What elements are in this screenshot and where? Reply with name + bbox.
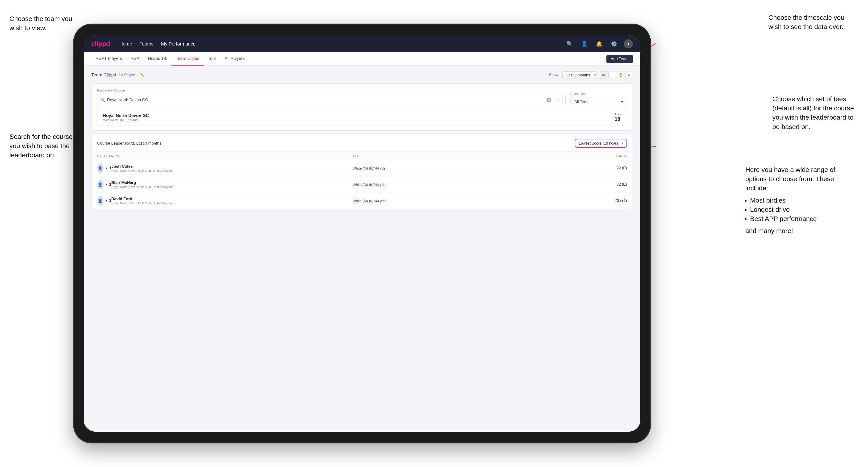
heart-icon-3: ♥: [105, 199, 107, 203]
tee-info-1: White (M) (6,744 yds): [352, 166, 594, 170]
bullet-app: Best APP performance: [750, 214, 854, 223]
search-row: Find a Golf Course 🔍 ✕ ☆ Select Tee Al: [97, 88, 627, 106]
player-info-3: David Ford Royal North Devon Golf Club, …: [111, 197, 352, 205]
course-info: Royal North Devon GC Westward Ho!, Engla…: [103, 113, 149, 122]
score-1: 72 (E): [594, 166, 627, 170]
rank-num-1: 1: [109, 166, 111, 170]
tab-pgat-players[interactable]: PGAT Players: [91, 52, 126, 66]
tee-select-group: Select Tee All Tees White Yellow Red: [570, 92, 627, 106]
find-course-label: Find a Golf Course: [97, 88, 566, 92]
table-row: 👤 ♥ 3 David Ford Royal North Devon Golf …: [92, 193, 632, 209]
course-result: Royal North Devon GC Westward Ho!, Engla…: [97, 109, 627, 126]
score-type-label: Lowest Score (18 holes): [579, 141, 619, 146]
nav-bar: clippd Home Teams My Performance 🔍 👤 🔔 ⚙…: [84, 35, 640, 52]
users-nav-button[interactable]: 👤: [579, 40, 589, 48]
tee-info-3: White (M) (6,744 yds): [352, 199, 594, 203]
score-3: 73 (+1): [594, 198, 627, 203]
course-search-input[interactable]: [107, 98, 545, 102]
table-row: 👤 ♥ 1 Blair McHarg Royal North Devon Gol…: [92, 177, 632, 193]
annotation-middle-left: Search for the course you wish to base t…: [9, 132, 73, 160]
tablet-screen: clippd Home Teams My Performance 🔍 👤 🔔 ⚙…: [84, 35, 640, 432]
trophy-view-icon[interactable]: 🏆: [617, 71, 624, 79]
score-type-chevron: ▾: [621, 141, 623, 146]
col-tee: TEE: [352, 154, 594, 158]
team-controls: Show: Last month Last 3 months Last 6 mo…: [549, 71, 633, 79]
tee-select-label: Select Tee: [570, 92, 627, 96]
avatar-2: 👤: [97, 180, 103, 189]
leaderboard-title: Course Leaderboard, Last 3 months: [97, 141, 161, 146]
download-icon[interactable]: ⬇: [625, 71, 633, 79]
nav-my-performance[interactable]: My Performance: [161, 41, 196, 47]
tablet-frame: clippd Home Teams My Performance 🔍 👤 🔔 ⚙…: [73, 24, 651, 443]
table-header: PLAYER NAME TEE SCORE: [92, 152, 632, 160]
annotation-top-left: Choose the team you wish to view.: [9, 14, 72, 33]
leaderboard-header: Course Leaderboard, Last 3 months Lowest…: [92, 135, 632, 152]
favorite-button[interactable]: ☆: [554, 96, 563, 104]
course-name: Royal North Devon GC: [103, 113, 149, 118]
sub-nav-tabs: PGAT Players PGA Hcaps 1-5 Team Clippd T…: [91, 52, 249, 66]
course-search-wrapper: 🔍 ✕ ☆: [97, 94, 566, 106]
holes-label: Holes: [614, 113, 621, 116]
table-row: 👤 ♥ 1 Josh Coles Royal North Devon Golf …: [92, 160, 632, 177]
player-rank-3: 👤 ♥ 3: [97, 196, 111, 206]
avatar-3: 👤: [97, 196, 103, 206]
leaderboard-panel: Course Leaderboard, Last 3 months Lowest…: [91, 135, 633, 209]
search-clear-button[interactable]: ✕: [547, 98, 551, 102]
tab-all-players[interactable]: All Players: [220, 52, 249, 66]
annotation-top-right: Choose the timescale you wish to see the…: [769, 13, 844, 31]
tab-hcaps[interactable]: Hcaps 1-5: [144, 52, 172, 66]
col-player-name: PLAYER NAME: [97, 154, 352, 158]
search-nav-button[interactable]: 🔍: [564, 40, 575, 48]
player-rank-2: 👤 ♥ 1: [97, 180, 111, 189]
settings-nav-button[interactable]: ⚙️: [609, 40, 619, 48]
notifications-nav-button[interactable]: 🔔: [594, 40, 604, 48]
grid-view-icon[interactable]: ⊞: [600, 71, 607, 79]
list-view-icon[interactable]: ☰: [608, 71, 616, 79]
nav-home[interactable]: Home: [119, 41, 132, 47]
search-panel: Find a Golf Course 🔍 ✕ ☆ Select Tee Al: [91, 84, 633, 131]
col-score: SCORE: [594, 154, 627, 158]
score-2: 72 (E): [594, 182, 627, 187]
tab-tour[interactable]: Tour: [204, 52, 220, 66]
search-icon: 🔍: [100, 98, 105, 102]
nav-teams[interactable]: Teams: [140, 41, 154, 47]
nav-links: Home Teams My Performance: [119, 41, 564, 47]
tee-select[interactable]: All Tees White Yellow Red: [574, 99, 624, 104]
team-header: Team Clippd 14 Players ✏️ Show: Last mon…: [91, 71, 633, 79]
course-location: Westward Ho!, England: [103, 118, 149, 122]
player-info-1: Josh Coles Royal North Devon Golf Club, …: [111, 164, 352, 173]
view-icons: ⊞ ☰ 🏆 ⬇: [600, 71, 633, 79]
bullet-drive: Longest drive: [750, 205, 854, 214]
annotation-bottom-right: Here you have a wide range of options to…: [745, 165, 854, 236]
tee-select-wrapper: All Tees White Yellow Red: [570, 97, 627, 106]
team-title: Team Clippd 14 Players ✏️: [91, 72, 145, 77]
player-info-2: Blair McHarg Royal North Devon Golf Club…: [111, 181, 352, 189]
holes-badge: Holes 18: [614, 113, 621, 122]
rank-num-3: 3: [109, 198, 111, 203]
tee-info-2: White (M) (6,744 yds): [352, 183, 594, 187]
heart-icon-1: ♥: [105, 166, 107, 170]
tab-pga[interactable]: PGA: [126, 52, 144, 66]
nav-icons: 🔍 👤 🔔 ⚙️ ●: [564, 39, 633, 49]
show-period-select[interactable]: Last month Last 3 months Last 6 months L…: [562, 71, 597, 79]
player-rank-1: 👤 ♥ 1: [97, 163, 111, 173]
avatar-button[interactable]: ●: [624, 39, 633, 49]
nav-logo: clippd: [91, 40, 110, 48]
score-type-select[interactable]: Lowest Score (18 holes) ▾: [575, 139, 627, 148]
main-content: Team Clippd 14 Players ✏️ Show: Last mon…: [84, 66, 640, 432]
course-search-group: Find a Golf Course 🔍 ✕ ☆: [97, 88, 566, 106]
tab-team-clippd[interactable]: Team Clippd: [172, 52, 204, 66]
add-team-button[interactable]: Add Team: [607, 55, 633, 63]
holes-number: 18: [614, 116, 621, 122]
edit-team-icon[interactable]: ✏️: [140, 73, 145, 77]
avatar-1: 👤: [97, 163, 103, 173]
bullet-birdies: Most birdies: [750, 196, 854, 205]
heart-icon-2: ♥: [105, 183, 107, 186]
sub-nav: PGAT Players PGA Hcaps 1-5 Team Clippd T…: [84, 52, 640, 66]
rank-num-2: 1: [109, 182, 111, 187]
annotation-middle-right: Choose which set of tees (default is all…: [772, 94, 854, 131]
